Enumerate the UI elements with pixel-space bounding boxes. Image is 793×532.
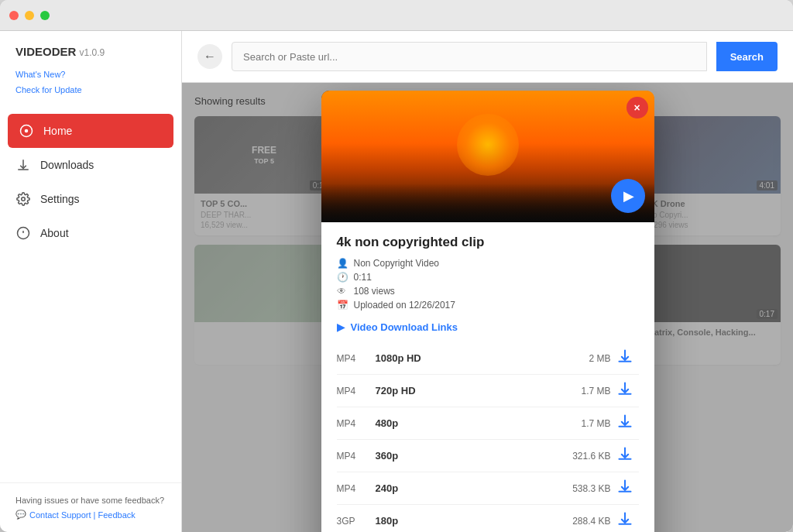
downloads-label: Downloads <box>40 159 94 171</box>
app-name: VIDEODER v1.0.9 <box>15 45 166 58</box>
download-icon[interactable] <box>617 446 633 465</box>
modal-body: 4k non copyrighted clip 👤 Non Copyright … <box>321 222 654 532</box>
download-row: MP4 240p 538.3 KB <box>337 472 639 505</box>
eye-icon: 👁 <box>337 286 348 297</box>
play-button[interactable]: ▶ <box>611 179 645 213</box>
download-row: 3GP 180p 288.4 KB <box>337 505 639 532</box>
dl-quality: 720p HD <box>376 385 549 396</box>
about-label: About <box>40 227 69 239</box>
titlebar <box>0 0 793 31</box>
download-icon[interactable] <box>617 348 633 368</box>
dl-quality: 480p <box>376 417 549 429</box>
modal-uploaded: Uploaded on 12/26/2017 <box>354 300 455 311</box>
download-row: MP4 720p HD 1.7 MB <box>337 375 639 407</box>
support-icon: 💬 <box>15 510 26 520</box>
dl-download-button[interactable] <box>611 479 639 498</box>
dl-quality: 240p <box>376 482 549 494</box>
dl-format: MP4 <box>337 386 376 396</box>
modal-video-thumbnail: ▶ <box>321 91 654 222</box>
maximize-button[interactable] <box>40 11 50 20</box>
footer-text: Having issues or have some feedback? <box>15 496 166 505</box>
dl-format: MP4 <box>337 451 376 462</box>
download-section-title-text: Video Download Links <box>351 321 458 333</box>
dl-download-button[interactable] <box>611 414 639 433</box>
search-button[interactable]: Search <box>716 42 778 71</box>
dl-quality: 360p <box>376 450 549 462</box>
download-row: MP4 1080p HD 2 MB <box>337 342 639 375</box>
support-link[interactable]: Contact Support | Feedback <box>29 510 136 520</box>
app-body: VIDEODER v1.0.9 What's New? Check for Up… <box>0 31 793 532</box>
content-area: Showing results FREE TOP 5 0:12 <box>182 83 793 532</box>
calendar-icon: 📅 <box>337 300 348 311</box>
dl-download-button[interactable] <box>611 511 639 530</box>
dl-format: MP4 <box>337 483 376 494</box>
sidebar-nav: Home Downloads Settings <box>0 108 181 256</box>
dl-download-button[interactable] <box>611 348 639 368</box>
dl-size: 1.7 MB <box>549 418 611 429</box>
dl-format: MP4 <box>337 418 376 429</box>
dl-size: 288.4 KB <box>549 516 611 527</box>
dl-size: 2 MB <box>549 353 611 364</box>
dl-format: MP4 <box>337 353 376 364</box>
play-icon: ▶ <box>623 187 634 204</box>
clock-icon: 🕐 <box>337 272 348 283</box>
back-button[interactable]: ← <box>197 44 222 69</box>
settings-icon <box>15 191 31 207</box>
svg-point-2 <box>22 197 26 201</box>
modal-meta-uploaded: 📅 Uploaded on 12/26/2017 <box>337 300 639 311</box>
modal-meta-duration: 🕐 0:11 <box>337 272 639 283</box>
minimize-button[interactable] <box>25 11 34 20</box>
dl-size: 321.6 KB <box>549 451 611 462</box>
download-icon[interactable] <box>617 479 633 498</box>
dl-download-button[interactable] <box>611 381 639 400</box>
search-input[interactable] <box>232 42 707 71</box>
download-modal: ▶ × 4k non copyrighted clip 👤 Non Copyri… <box>321 91 654 532</box>
app-window: VIDEODER v1.0.9 What's New? Check for Up… <box>0 0 793 532</box>
sidebar-update-links: What's New? Check for Update <box>0 64 181 108</box>
modal-duration: 0:11 <box>354 272 372 283</box>
modal-overlay: ▶ × 4k non copyrighted clip 👤 Non Copyri… <box>182 83 793 532</box>
modal-meta-channel: 👤 Non Copyright Video <box>337 258 639 269</box>
modal-title: 4k non copyrighted clip <box>337 235 639 250</box>
sidebar-header: VIDEODER v1.0.9 <box>0 31 181 64</box>
sidebar-footer: Having issues or have some feedback? 💬 C… <box>0 482 181 532</box>
dl-format: 3GP <box>337 516 376 527</box>
toolbar: ← Search <box>182 31 793 83</box>
dl-quality: 180p <box>376 515 549 527</box>
sidebar-item-about[interactable]: About <box>0 216 181 250</box>
download-icon[interactable] <box>617 511 633 530</box>
settings-label: Settings <box>40 193 80 205</box>
user-icon: 👤 <box>337 258 348 269</box>
main-content: ← Search Showing results FREE TOP 5 <box>182 31 793 532</box>
sidebar-item-home[interactable]: Home <box>8 114 173 148</box>
sidebar-item-downloads[interactable]: Downloads <box>0 148 181 182</box>
download-row: MP4 360p 321.6 KB <box>337 440 639 472</box>
whats-new-link[interactable]: What's New? <box>15 67 166 83</box>
download-section-header: ▶ Video Download Links <box>337 321 639 333</box>
downloads-icon <box>15 157 31 173</box>
dl-size: 538.3 KB <box>549 483 611 494</box>
close-button[interactable] <box>9 11 19 20</box>
modal-meta-views: 👁 108 views <box>337 286 639 297</box>
modal-close-button[interactable]: × <box>627 97 648 118</box>
dl-size: 1.7 MB <box>549 386 611 396</box>
download-section-icon: ▶ <box>337 321 345 333</box>
download-table: MP4 1080p HD 2 MB MP4 720p HD 1.7 MB <box>337 342 639 532</box>
about-icon <box>15 225 31 241</box>
home-label: Home <box>43 125 72 137</box>
modal-channel: Non Copyright Video <box>354 258 440 269</box>
home-icon <box>19 123 34 139</box>
dl-download-button[interactable] <box>611 446 639 465</box>
download-row: MP4 480p 1.7 MB <box>337 407 639 440</box>
dl-quality: 1080p HD <box>376 352 549 364</box>
sidebar-item-settings[interactable]: Settings <box>0 182 181 216</box>
download-icon[interactable] <box>617 414 633 433</box>
sidebar: VIDEODER v1.0.9 What's New? Check for Up… <box>0 31 182 532</box>
modal-meta: 👤 Non Copyright Video 🕐 0:11 👁 108 view <box>337 258 639 311</box>
download-icon[interactable] <box>617 381 633 400</box>
svg-point-1 <box>25 129 29 132</box>
check-update-link[interactable]: Check for Update <box>15 83 166 98</box>
modal-views: 108 views <box>354 286 395 297</box>
